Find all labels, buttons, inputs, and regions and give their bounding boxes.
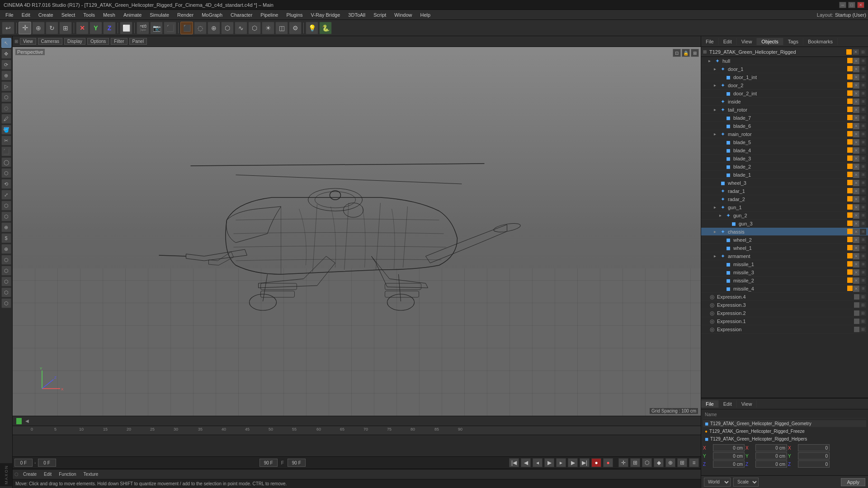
prop-x[interactable]: ✕ [853, 277, 859, 284]
tree-item-blade3[interactable]: ◼ blade_3 ✕ ⊞ [701, 155, 868, 163]
track-motion-btn[interactable]: ⊞ [630, 458, 640, 467]
track-key-btn[interactable]: ◆ [654, 458, 664, 467]
mat-function-btn[interactable]: Function [56, 471, 79, 477]
mat-create-btn[interactable]: Create [20, 471, 39, 477]
tree-item-mainrotor[interactable]: ▸ ✦ main_rotor ✕ ⊞ [701, 130, 868, 138]
prop-x[interactable]: ✕ [853, 204, 859, 211]
expand-icon[interactable]: ▸ [714, 229, 719, 234]
expand-icon[interactable]: ▸ [719, 213, 725, 218]
obj-tab-bookmarks[interactable]: Bookmarks [803, 38, 838, 45]
tree-item-missile4[interactable]: ◼ missile_4 ✕ ⊞ [701, 285, 868, 293]
scale-dropdown[interactable]: Scale [733, 478, 759, 487]
move-tool[interactable]: ✛ [19, 22, 31, 34]
y-pos-input[interactable] [713, 452, 745, 460]
obj-prop-grid[interactable]: ⊞ [860, 49, 866, 55]
tree-item-gun2[interactable]: ▸ ✦ gun_2 ✕ ⊞ [701, 211, 868, 220]
x-scale-input[interactable] [798, 444, 830, 451]
menu-mesh[interactable]: Mesh [99, 11, 119, 19]
obj-tab-view[interactable]: View [737, 38, 757, 45]
tool-move[interactable]: ✥ [1, 49, 11, 59]
tree-item-door1int[interactable]: ◼ door_1_int ✕ ⊞ [701, 73, 868, 81]
track-type-btn[interactable]: ✛ [618, 458, 628, 467]
attr-obj-geometry[interactable]: ◼ T129_ATAK_Green_Helicopter_Rigged_Geom… [703, 420, 866, 427]
track-align-btn[interactable]: ⊕ [665, 458, 675, 467]
tree-item-door2int[interactable]: ◼ door_2_int ✕ ⊞ [701, 89, 868, 98]
prev-keyframe-btn[interactable]: ◂ [533, 458, 542, 467]
scale-tool[interactable]: ⊕ [32, 22, 45, 34]
rotate-tool[interactable]: ↻ [46, 22, 58, 34]
world-dropdown[interactable]: World Object [704, 478, 731, 487]
prop-x[interactable]: ✕ [853, 221, 859, 227]
play-btn[interactable]: ▶ [544, 458, 554, 467]
tree-item-wheel2[interactable]: ◼ wheel_2 ✕ ⊞ [701, 236, 868, 244]
apply-button[interactable]: Apply [841, 478, 865, 486]
close-button[interactable]: ✕ [857, 2, 864, 8]
menu-file[interactable]: File [2, 11, 17, 19]
prev-frame-btn[interactable]: ◀ [521, 458, 531, 467]
menu-simulate[interactable]: Simulate [146, 11, 173, 19]
tool-resize[interactable]: ⤢ [1, 190, 11, 200]
object-mode[interactable]: ⬜ [120, 22, 132, 34]
prop-x[interactable]: ✕ [853, 66, 859, 72]
tree-item-tailrotor[interactable]: ▸ ✦ tail_rotor ✕ ⊞ [701, 106, 868, 114]
tree-item-chassis[interactable]: ▸ ✦ chassis ✕ ⊞ [701, 228, 868, 236]
viewport-fit-btn[interactable]: ⊡ [673, 49, 681, 57]
material-btn[interactable]: ⚙ [289, 22, 302, 34]
generator-btn[interactable]: ◫ [275, 22, 288, 34]
tree-item-hull[interactable]: ▸ ✦ hull ✕ ⊞ [701, 57, 868, 65]
tool-undo2[interactable]: ⟲ [1, 179, 11, 189]
tree-item-expr2[interactable]: ◎ Expression.2 ⊞ [701, 309, 868, 317]
deformer-btn[interactable]: ☀ [262, 22, 274, 34]
menu-vray[interactable]: V-Ray Bridge [307, 11, 344, 19]
next-frame-btn[interactable]: ▶ [568, 458, 578, 467]
prop-x[interactable]: ✕ [853, 180, 859, 186]
menu-animate[interactable]: Animate [120, 11, 145, 19]
prop-x[interactable]: ✕ [853, 99, 859, 105]
track-options-btn[interactable]: ⊞ [677, 458, 687, 467]
attr-obj-helpers[interactable]: ◼ T129_ATAK_Green_Helicopter_Rigged_Help… [703, 436, 866, 442]
prop-x[interactable]: ✕ [853, 115, 859, 121]
tool-plus2[interactable]: ⊕ [1, 244, 11, 254]
vp-filter-menu[interactable]: Filter [111, 38, 127, 45]
prop-x[interactable]: ✕ [853, 155, 859, 162]
minimize-button[interactable]: ─ [839, 2, 846, 8]
tree-item-blade2[interactable]: ◼ blade_2 ✕ ⊞ [701, 163, 868, 171]
record-settings-btn[interactable]: ● [603, 458, 613, 467]
object-manager-tree[interactable]: ▸ ✦ hull ✕ ⊞ ▸ ✦ door_1 [701, 57, 868, 398]
tree-item-door2[interactable]: ▸ ✦ door_2 ✕ ⊞ [701, 81, 868, 89]
timeline-btn[interactable]: ≡ [689, 458, 699, 467]
tree-item-wheel3[interactable]: ◼ wheel_3 ✕ ⊞ [701, 179, 868, 187]
attr-tab-edit[interactable]: Edit [719, 400, 737, 408]
tool-rotate[interactable]: ⟳ [1, 60, 11, 70]
vp-view-menu[interactable]: View [20, 38, 36, 45]
edit-cube[interactable]: ⬛ [180, 22, 193, 34]
prop-x[interactable]: ✕ [853, 237, 859, 243]
tool-mesh[interactable]: ⬡ [1, 201, 11, 211]
tool-add[interactable]: ⊕ [1, 222, 11, 232]
prop-x[interactable]: ✕ [853, 253, 859, 259]
tool-h2[interactable]: ⬡ [1, 266, 11, 276]
prop-x[interactable]: ✕ [853, 107, 859, 113]
timeline-ruler[interactable]: 0 5 10 15 20 25 30 35 40 45 50 55 60 65 … [13, 426, 701, 435]
expand-icon[interactable]: ▸ [714, 107, 719, 112]
menu-plugins[interactable]: Plugins [283, 11, 306, 19]
vp-panel-menu[interactable]: Panel [129, 38, 147, 45]
prop-x[interactable]: ✕ [853, 196, 859, 202]
tree-item-blade5[interactable]: ◼ blade_5 ✕ ⊞ [701, 138, 868, 146]
viewport-nav-controls[interactable]: ⊡ 🔒 ⊞ [673, 49, 699, 57]
tree-item-wheel1[interactable]: ◼ wheel_1 ✕ ⊞ [701, 244, 868, 252]
tool-box[interactable]: ⬛ [1, 146, 11, 156]
tool-play[interactable]: ▷ [1, 81, 11, 91]
expand-icon[interactable]: ▸ [708, 58, 714, 63]
x-axis[interactable]: ✕ [76, 22, 89, 34]
attr-tab-file[interactable]: File [701, 400, 719, 408]
x-pos-input[interactable] [713, 444, 745, 451]
render-settings[interactable]: ⬛ [164, 22, 176, 34]
viewport-lock-btn[interactable]: 🔒 [682, 49, 690, 57]
python-btn[interactable]: 🐍 [319, 22, 332, 34]
transform-tool[interactable]: ⊞ [59, 22, 72, 34]
prop-x[interactable]: ✕ [853, 123, 859, 129]
tool-hex[interactable]: ⬡ [1, 168, 11, 178]
tree-item-missile1[interactable]: ◼ missile_1 ✕ ⊞ [701, 260, 868, 268]
expand-icon[interactable]: ▸ [714, 205, 719, 210]
